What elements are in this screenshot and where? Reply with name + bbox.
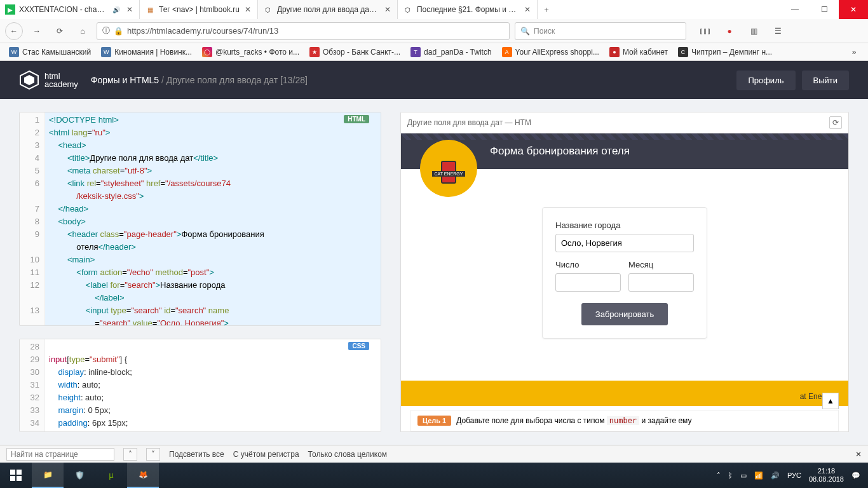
url-input[interactable] bbox=[127, 26, 504, 36]
bookmark-item[interactable]: CЧиптрип – Демпинг н... bbox=[674, 45, 776, 59]
highlight-all[interactable]: Подсветить все bbox=[169, 450, 224, 459]
close-icon[interactable]: ✕ bbox=[383, 5, 392, 14]
browser-tab[interactable]: ▦ Тег <nav> | htmlbook.ru ✕ bbox=[140, 0, 258, 19]
find-input[interactable] bbox=[6, 448, 114, 461]
bookmark-label: Стас Камышанский bbox=[22, 48, 91, 57]
month-input[interactable] bbox=[628, 273, 694, 292]
minimize-button[interactable]: — bbox=[780, 0, 810, 19]
language-indicator[interactable]: РУС bbox=[787, 471, 801, 479]
page-content: htmlacademy Формы и HTML5 / Другие поля … bbox=[0, 61, 868, 445]
html-editor[interactable]: HTML 1234567891011121314 <!DOCTYPE html>… bbox=[19, 112, 381, 326]
preview-footer-strip bbox=[401, 381, 848, 406]
adblock-icon[interactable]: ● bbox=[721, 22, 738, 40]
menu-icon[interactable]: ☰ bbox=[769, 22, 787, 40]
preview-title: Другие поля для ввода дат — HTM bbox=[407, 118, 531, 127]
utorrent-icon[interactable]: µ bbox=[95, 463, 127, 488]
booking-form: Название города Число Месяц Забронироват… bbox=[542, 207, 707, 339]
forward-button[interactable]: → bbox=[28, 22, 46, 40]
tab-title: XXXTENTACION - changes bbox=[19, 5, 107, 14]
bookmark-label: Чиптрип – Демпинг н... bbox=[691, 48, 772, 57]
url-bar[interactable]: ⓘ 🔒 bbox=[97, 22, 510, 40]
css-editor[interactable]: CSS 28293031323334 input[type="submit"] … bbox=[19, 339, 381, 432]
firefox-icon[interactable]: 🦊 bbox=[127, 463, 159, 488]
volume-icon[interactable]: 🔊 bbox=[771, 471, 780, 480]
system-tray: ˄ ᛒ ▭ 📶 🔊 РУС 21:18 08.08.2018 💬 bbox=[709, 467, 868, 484]
month-label: Месяц bbox=[628, 260, 694, 269]
svg-rect-2 bbox=[10, 470, 15, 475]
breadcrumb-main[interactable]: Формы и HTML5 bbox=[91, 75, 159, 85]
play-icon: ▶ bbox=[5, 4, 15, 15]
reload-button[interactable]: ⟳ bbox=[51, 22, 69, 40]
bluetooth-icon[interactable]: ᛒ bbox=[728, 471, 733, 479]
goal-bar: Цель 1 Добавьте поле для выбора числа с … bbox=[410, 410, 839, 431]
submit-button[interactable]: Забронировать bbox=[581, 303, 668, 325]
scroll-top-button[interactable]: ▲ bbox=[822, 393, 839, 409]
bookmark-item[interactable]: ●Мой кабинет bbox=[606, 45, 672, 59]
refresh-icon[interactable]: ⟳ bbox=[829, 116, 842, 129]
code-content[interactable]: input[type="submit"] { display: inline-b… bbox=[45, 339, 381, 431]
browser-tabstrip: ▶ XXXTENTACION - changes 🔊 ✕ ▦ Тег <nav>… bbox=[0, 0, 868, 19]
notifications-icon[interactable]: 💬 bbox=[851, 471, 860, 480]
home-button[interactable]: ⌂ bbox=[74, 22, 92, 40]
svg-rect-4 bbox=[10, 476, 15, 481]
close-button[interactable]: ✕ bbox=[839, 0, 868, 19]
find-bar: ˄ ˅ Подсветить все С учётом регистра Тол… bbox=[0, 445, 868, 463]
browser-tab[interactable]: ⬡ Другие поля для ввода дат — ✕ bbox=[258, 0, 398, 19]
match-case[interactable]: С учётом регистра bbox=[233, 450, 299, 459]
html-badge: HTML bbox=[344, 115, 369, 123]
window-controls: — ☐ ✕ bbox=[780, 0, 868, 19]
breadcrumb: Формы и HTML5 / Другие поля для ввода да… bbox=[91, 75, 308, 85]
bookmark-item[interactable]: AYour AliExpress shoppi... bbox=[498, 45, 603, 59]
site-icon: ▦ bbox=[145, 4, 155, 15]
whole-words[interactable]: Только слова целиком bbox=[308, 450, 388, 459]
line-gutter: 28293031323334 bbox=[20, 339, 45, 431]
taskbar: 📁 🛡️ µ 🦊 ˄ ᛒ ▭ 📶 🔊 РУС 21:18 08.08.2018 … bbox=[0, 463, 868, 488]
preview-header: Другие поля для ввода дат — HTM ⟳ bbox=[400, 112, 849, 133]
library-icon[interactable]: ⫿⫿⫿ bbox=[696, 22, 714, 40]
city-input[interactable] bbox=[555, 234, 694, 252]
logout-button[interactable]: Выйти bbox=[802, 71, 850, 90]
overflow-icon[interactable]: » bbox=[845, 43, 863, 61]
find-next-button[interactable]: ˅ bbox=[146, 448, 160, 461]
goal-badge: Цель 1 bbox=[417, 416, 451, 426]
logo-icon bbox=[19, 70, 39, 90]
find-prev-button[interactable]: ˄ bbox=[123, 448, 137, 461]
breadcrumb-sub: Другие поля для ввода дат [13/28] bbox=[166, 75, 308, 85]
bookmark-item[interactable]: ★Обзор - Банк Санкт-... bbox=[306, 45, 404, 59]
line-gutter: 1234567891011121314 bbox=[20, 112, 45, 325]
info-icon[interactable]: ⓘ bbox=[102, 25, 110, 36]
search-icon: 🔍 bbox=[520, 27, 530, 36]
start-button[interactable] bbox=[0, 463, 32, 488]
profile-button[interactable]: Профиль bbox=[736, 71, 795, 90]
sidebar-icon[interactable]: ▥ bbox=[745, 22, 763, 40]
code-content[interactable]: <!DOCTYPE html> <html lang="ru"> <head> … bbox=[45, 112, 381, 325]
defender-icon[interactable]: 🛡️ bbox=[64, 463, 95, 488]
close-icon[interactable]: ✕ bbox=[125, 5, 134, 14]
bookmark-item[interactable]: ◯@kurts_racks • Фото и... bbox=[198, 45, 303, 59]
clock[interactable]: 21:18 08.08.2018 bbox=[809, 467, 844, 484]
bookmark-item[interactable]: WСтас Камышанский bbox=[5, 45, 95, 59]
wifi-icon[interactable]: 📶 bbox=[754, 471, 763, 480]
bookmark-label: Обзор - Банк Санкт-... bbox=[323, 48, 400, 57]
tray-chevron-icon[interactable]: ˄ bbox=[717, 471, 721, 480]
close-icon[interactable]: ✕ bbox=[523, 5, 532, 14]
close-icon[interactable]: ✕ bbox=[243, 5, 252, 14]
maximize-button[interactable]: ☐ bbox=[810, 0, 839, 19]
bookmark-item[interactable]: WКиномания | Новинк... bbox=[97, 45, 196, 59]
bookmark-item[interactable]: Tdad_panDa - Twitch bbox=[407, 45, 496, 59]
svg-rect-3 bbox=[17, 470, 22, 475]
back-button[interactable]: ← bbox=[5, 22, 23, 40]
day-input[interactable] bbox=[555, 273, 621, 292]
close-icon[interactable]: ✕ bbox=[855, 450, 862, 459]
workspace: HTML 1234567891011121314 <!DOCTYPE html>… bbox=[0, 99, 868, 445]
explorer-icon[interactable]: 📁 bbox=[32, 463, 64, 488]
site-logo[interactable]: htmlacademy bbox=[19, 70, 78, 90]
browser-tab[interactable]: ⬡ Последние §21. Формы и HTM ✕ bbox=[398, 0, 538, 19]
city-label: Название города bbox=[555, 220, 694, 230]
battery-icon[interactable]: ▭ bbox=[740, 471, 747, 480]
browser-tab[interactable]: ▶ XXXTENTACION - changes 🔊 ✕ bbox=[0, 0, 140, 19]
search-bar[interactable]: 🔍 Поиск bbox=[515, 22, 686, 40]
audio-icon[interactable]: 🔊 bbox=[111, 4, 121, 15]
new-tab-button[interactable]: ＋ bbox=[538, 0, 555, 19]
tab-title: Последние §21. Формы и HTM bbox=[417, 5, 519, 14]
